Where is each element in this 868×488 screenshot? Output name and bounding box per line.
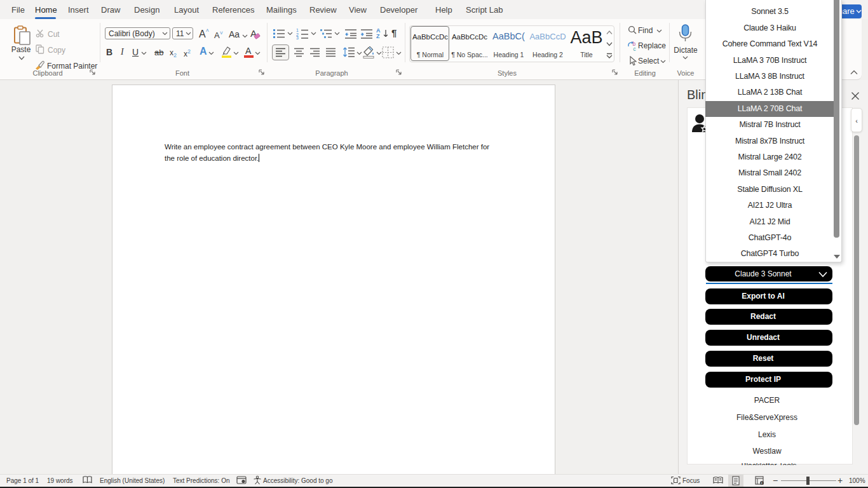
svg-text:3: 3 (296, 36, 299, 39)
svg-text:c: c (634, 46, 637, 51)
svg-text:i: i (761, 481, 762, 485)
